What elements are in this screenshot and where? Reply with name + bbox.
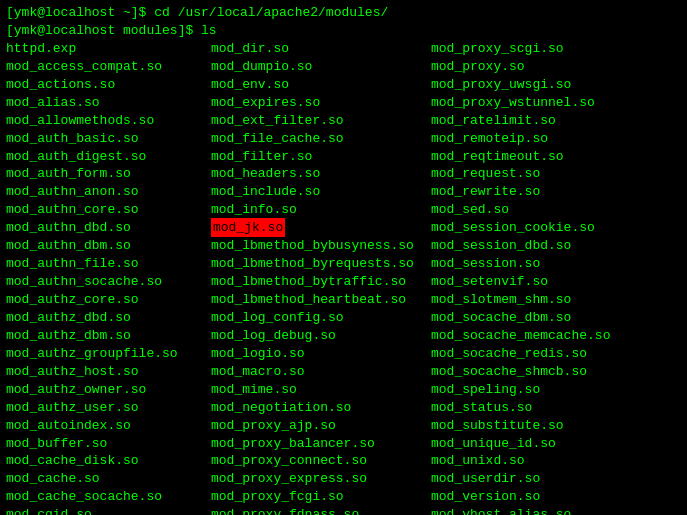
file-item: mod_proxy_connect.so xyxy=(211,452,431,470)
file-item: mod_socache_dbm.so xyxy=(431,309,651,327)
file-item: mod_actions.so xyxy=(6,76,211,94)
file-item: mod_auth_basic.so xyxy=(6,130,211,148)
file-item: mod_buffer.so xyxy=(6,435,211,453)
file-item: mod_authz_core.so xyxy=(6,291,211,309)
file-item: mod_substitute.so xyxy=(431,417,651,435)
file-item: mod_authn_dbd.so xyxy=(6,219,211,237)
column-2: mod_dir.somod_dumpio.somod_env.somod_exp… xyxy=(211,40,431,515)
file-item: mod_allowmethods.so xyxy=(6,112,211,130)
file-item: mod_logio.so xyxy=(211,345,431,363)
file-item: mod_file_cache.so xyxy=(211,130,431,148)
file-item: mod_socache_memcache.so xyxy=(431,327,651,345)
file-item: mod_version.so xyxy=(431,488,651,506)
file-item: mod_authz_host.so xyxy=(6,363,211,381)
file-item: httpd.exp xyxy=(6,40,211,58)
file-item: mod_session_dbd.so xyxy=(431,237,651,255)
file-item: mod_rewrite.so xyxy=(431,183,651,201)
file-item: mod_authn_core.so xyxy=(6,201,211,219)
file-item: mod_authn_dbm.so xyxy=(6,237,211,255)
file-item: mod_proxy_fdpass.so xyxy=(211,506,431,515)
file-item: mod_jk.so xyxy=(211,219,431,237)
file-item: mod_authn_anon.so xyxy=(6,183,211,201)
file-item: mod_cache_socache.so xyxy=(6,488,211,506)
file-item: mod_log_debug.so xyxy=(211,327,431,345)
file-item: mod_authn_file.so xyxy=(6,255,211,273)
file-item: mod_info.so xyxy=(211,201,431,219)
file-item: mod_vhost_alias.so xyxy=(431,506,651,515)
file-item: mod_reqtimeout.so xyxy=(431,148,651,166)
file-item: mod_setenvif.so xyxy=(431,273,651,291)
file-item: mod_auth_form.so xyxy=(6,165,211,183)
file-item: mod_proxy_fcgi.so xyxy=(211,488,431,506)
file-item: mod_session.so xyxy=(431,255,651,273)
file-item: mod_filter.so xyxy=(211,148,431,166)
file-item: mod_proxy.so xyxy=(431,58,651,76)
file-item: mod_dir.so xyxy=(211,40,431,58)
file-item: mod_userdir.so xyxy=(431,470,651,488)
file-item: mod_mime.so xyxy=(211,381,431,399)
file-item: mod_macro.so xyxy=(211,363,431,381)
column-3: mod_proxy_scgi.somod_proxy.somod_proxy_u… xyxy=(431,40,651,515)
prompt-line-1: [ymk@localhost ~]$ cd /usr/local/apache2… xyxy=(6,4,681,22)
file-item: mod_access_compat.so xyxy=(6,58,211,76)
file-item: mod_authz_owner.so xyxy=(6,381,211,399)
file-item: mod_cache_disk.so xyxy=(6,452,211,470)
file-item: mod_unique_id.so xyxy=(431,435,651,453)
file-item: mod_sed.so xyxy=(431,201,651,219)
file-item: mod_ext_filter.so xyxy=(211,112,431,130)
file-item: mod_headers.so xyxy=(211,165,431,183)
file-item: mod_env.so xyxy=(211,76,431,94)
file-item: mod_include.so xyxy=(211,183,431,201)
file-item: mod_socache_shmcb.so xyxy=(431,363,651,381)
file-item: mod_cache.so xyxy=(6,470,211,488)
file-item: mod_proxy_balancer.so xyxy=(211,435,431,453)
file-item: mod_lbmethod_bytraffic.so xyxy=(211,273,431,291)
file-item: mod_proxy_wstunnel.so xyxy=(431,94,651,112)
file-item: mod_authz_user.so xyxy=(6,399,211,417)
file-item: mod_session_cookie.so xyxy=(431,219,651,237)
file-item: mod_expires.so xyxy=(211,94,431,112)
file-item: mod_authz_groupfile.so xyxy=(6,345,211,363)
file-item: mod_proxy_scgi.so xyxy=(431,40,651,58)
file-item: mod_unixd.so xyxy=(431,452,651,470)
file-item: mod_speling.so xyxy=(431,381,651,399)
prompt-line-2: [ymk@localhost modules]$ ls xyxy=(6,22,681,40)
file-item: mod_socache_redis.so xyxy=(431,345,651,363)
file-item: mod_cgid.so xyxy=(6,506,211,515)
file-item: mod_negotiation.so xyxy=(211,399,431,417)
file-item: mod_authz_dbd.so xyxy=(6,309,211,327)
file-item: mod_status.so xyxy=(431,399,651,417)
file-item: mod_proxy_uwsgi.so xyxy=(431,76,651,94)
terminal: [ymk@localhost ~]$ cd /usr/local/apache2… xyxy=(6,4,681,511)
file-item: mod_lbmethod_byrequests.so xyxy=(211,255,431,273)
file-item: mod_lbmethod_heartbeat.so xyxy=(211,291,431,309)
file-listing: httpd.expmod_access_compat.somod_actions… xyxy=(6,40,681,515)
file-item: mod_authz_dbm.so xyxy=(6,327,211,345)
file-item: mod_lbmethod_bybusyness.so xyxy=(211,237,431,255)
file-item: mod_remoteip.so xyxy=(431,130,651,148)
file-item: mod_log_config.so xyxy=(211,309,431,327)
file-item: mod_ratelimit.so xyxy=(431,112,651,130)
file-item: mod_slotmem_shm.so xyxy=(431,291,651,309)
file-item: mod_dumpio.so xyxy=(211,58,431,76)
file-item: mod_autoindex.so xyxy=(6,417,211,435)
file-item: mod_proxy_ajp.so xyxy=(211,417,431,435)
file-item: mod_authn_socache.so xyxy=(6,273,211,291)
file-item: mod_auth_digest.so xyxy=(6,148,211,166)
file-item: mod_proxy_express.so xyxy=(211,470,431,488)
file-item: mod_alias.so xyxy=(6,94,211,112)
column-1: httpd.expmod_access_compat.somod_actions… xyxy=(6,40,211,515)
file-item: mod_request.so xyxy=(431,165,651,183)
